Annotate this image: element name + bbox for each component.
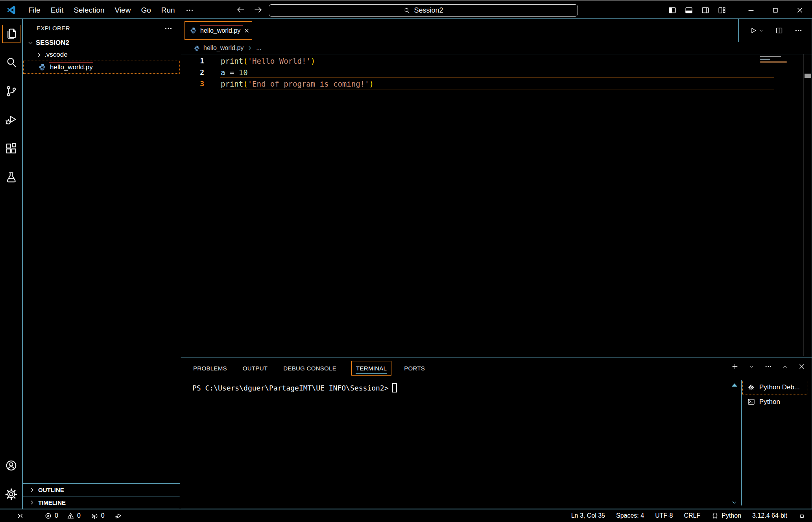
command-center-search[interactable]: Session2 [269,4,578,17]
code-text[interactable]: a = 10 [221,68,248,77]
breadcrumb-more[interactable]: ... [256,44,261,52]
token-string: 'Hello World!' [248,57,311,65]
chevron-down-icon [758,28,764,33]
panel-more-actions-button[interactable] [764,363,772,370]
menu-edit[interactable]: Edit [46,2,69,19]
menu-run[interactable]: Run [156,2,180,19]
python-file-icon [38,63,46,71]
chevron-right-icon [29,487,35,493]
toggle-panel-button[interactable] [681,2,697,19]
menu-bar: FileEditSelectionViewGoRun [23,2,199,19]
terminal-prompt: PS C:\Users\dguer\PartageIMT\UE INFO\Ses… [192,384,389,392]
token-paren: ) [369,80,374,88]
tab-hello-world-py[interactable]: hello_world.py [185,21,252,40]
terminal-view[interactable]: PS C:\Users\dguer\PartageIMT\UE INFO\Ses… [181,379,737,509]
encoding-status[interactable]: UTF-8 [655,512,673,519]
maximize-panel-button[interactable] [782,364,788,370]
panel-tab-bar: PROBLEMSOUTPUTDEBUG CONSOLETERMINALPORTS [181,357,812,379]
terminal-list-item-python[interactable]: Python [742,394,808,409]
run-python-file-button[interactable] [749,26,764,35]
activity-item-testing[interactable] [0,163,23,192]
minimize-button[interactable] [739,2,763,19]
cursor-position-status[interactable]: Ln 3, Col 35 [571,512,605,519]
menu-selection[interactable]: Selection [68,2,109,19]
tree-root-session2[interactable]: SESSION2 [23,37,180,49]
toggle-primary-sidebar-button[interactable] [664,2,681,19]
menu-more-button[interactable] [180,6,199,15]
indentation-status[interactable]: Spaces: 4 [616,512,644,519]
overview-ruler-cursor-marker[interactable] [805,74,811,78]
activity-item-source-control[interactable] [0,77,23,106]
activity-item-settings[interactable] [0,480,23,509]
terminal-list-item-python-deb-[interactable]: Python Deb... [742,380,808,394]
beaker-icon [5,171,18,184]
close-tab-button[interactable] [244,28,250,34]
problems-status[interactable]: 0 0 [44,512,81,520]
menu-view[interactable]: View [110,2,136,19]
menu-file[interactable]: File [23,2,46,19]
scroll-up-arrow-icon[interactable] [732,383,737,387]
code-line-2: 2a = 10 [181,67,812,78]
ports-status[interactable]: 0 [91,512,105,520]
editor-actions [738,19,812,42]
line-number[interactable]: 2 [181,68,204,76]
extensions-icon [5,142,18,155]
search-icon [5,56,18,69]
line-number[interactable]: 1 [181,57,204,65]
notifications-status[interactable] [798,512,806,520]
tree-item-vscode-folder[interactable]: .vscode [23,49,180,61]
breadcrumb-file[interactable]: hello_world.py [203,44,244,52]
panel-tab-terminal[interactable]: TERMINAL [351,361,391,376]
gear-icon [5,488,18,501]
panel-tab-ports[interactable]: PORTS [403,361,426,375]
remote-indicator[interactable] [17,512,24,520]
maximize-button[interactable] [763,2,788,19]
editor-more-actions-button[interactable] [794,26,803,35]
minimap[interactable] [760,56,799,64]
status-bar-right: Ln 3, Col 35 Spaces: 4 UTF-8 CRLF Python… [571,512,806,520]
terminal-profile-dropdown-button[interactable] [749,364,755,370]
new-terminal-button[interactable] [731,363,739,370]
close-button[interactable] [788,2,812,19]
activity-item-run-and-debug[interactable] [0,106,23,134]
tree-item-hello-world-py[interactable]: hello_world.py [23,61,180,74]
python-interpreter-status[interactable]: 3.12.4 64-bit [752,512,787,519]
run-debug-icon [5,113,18,126]
debug-start-icon [115,512,122,520]
minimap-line [760,56,781,57]
timeline-section-header[interactable]: TIMELINE [23,496,180,509]
navigate-forward-button[interactable] [253,5,263,15]
line-number[interactable]: 3 [181,80,204,88]
code-editor[interactable]: 1print('Hello World!')2a = 103print('End… [181,54,812,356]
outline-section-header[interactable]: OUTLINE [23,483,180,496]
activity-item-extensions[interactable] [0,134,23,163]
scroll-down-arrow-icon[interactable] [731,499,738,506]
vscode-logo-icon [6,5,17,15]
activity-item-accounts[interactable] [0,451,23,480]
minimap-line [760,59,770,60]
close-panel-button[interactable] [798,363,806,370]
panel-tab-problems[interactable]: PROBLEMS [192,361,228,375]
code-text[interactable]: print('Hello World!') [221,57,315,65]
split-editor-button[interactable] [775,26,783,35]
explorer-more-actions-button[interactable] [164,24,173,33]
activity-item-search[interactable] [0,48,23,77]
panel-tab-output[interactable]: OUTPUT [242,361,268,375]
language-label: Python [722,512,741,519]
activity-item-box [2,82,20,100]
debug-status[interactable] [115,512,122,520]
activity-item-explorer[interactable] [0,19,23,48]
terminal-list-label: Python [759,398,780,406]
code-text[interactable]: print('End of program is coming!') [221,80,374,88]
panel-tab-debug-console[interactable]: DEBUG CONSOLE [282,361,337,375]
breadcrumbs[interactable]: hello_world.py ... [181,42,812,54]
eol-status[interactable]: CRLF [684,512,700,519]
language-mode-status[interactable]: Python [711,512,741,520]
search-value: Session2 [414,6,443,15]
token-paren: ) [311,57,315,65]
menu-go[interactable]: Go [136,2,156,19]
warning-count: 0 [77,512,81,519]
customize-layout-button[interactable] [714,2,730,19]
toggle-secondary-sidebar-button[interactable] [697,2,714,19]
navigate-back-button[interactable] [236,5,245,15]
